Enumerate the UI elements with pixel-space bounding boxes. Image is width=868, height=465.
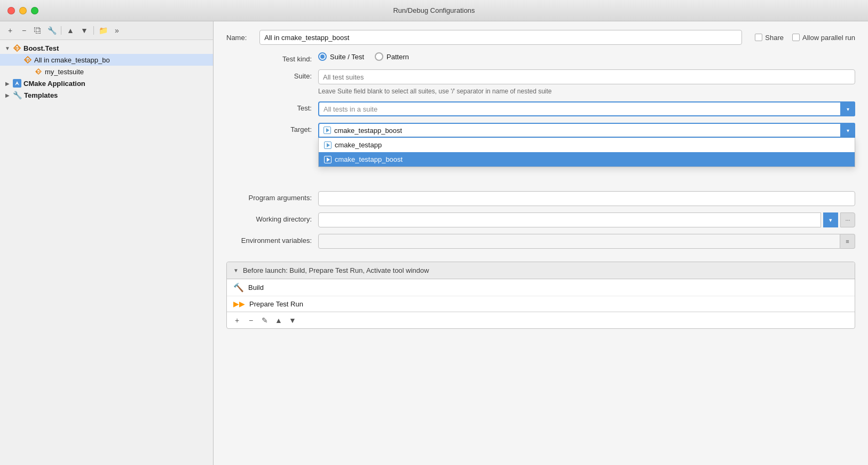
more-icon: » (115, 26, 119, 35)
launch-add-btn[interactable]: + (231, 314, 243, 326)
toolbar-divider-2 (93, 26, 94, 35)
name-row: Name: Share Allow parallel run (226, 30, 855, 45)
suite-input[interactable] (318, 69, 855, 84)
move-up-button[interactable]: ▲ (65, 25, 76, 36)
add-config-button[interactable]: + (4, 25, 16, 36)
env-row: ≡ (318, 234, 855, 249)
launch-item-prepare-test: ▶▶ Prepare Test Run (227, 296, 855, 312)
parallel-checkbox[interactable]: Allow parallel run (792, 34, 855, 42)
toolbar-divider (61, 26, 61, 35)
launch-item-build: 🔨 Build (227, 279, 855, 296)
cmake-app-icon (13, 79, 21, 88)
target-cmake-icon (323, 127, 331, 134)
expand-icon: ▶ (4, 81, 11, 86)
before-launch-title: Before launch: Build, Prepare Test Run, … (243, 266, 429, 274)
dropdown-item-cmake-testapp-boost[interactable]: cmake_testapp_boost (319, 152, 855, 167)
all-in-cmake-label: All in cmake_testapp_bo (34, 56, 110, 64)
program-args-content (318, 191, 855, 206)
tree-item-cmake-app[interactable]: ▶ CMake Application (0, 77, 213, 89)
target-row: Target: cmake_testapp_boost ▾ cmake_test… (226, 123, 855, 138)
dropdown-item-cmake-testapp[interactable]: cmake_testapp (319, 138, 855, 152)
right-panel: Name: Share Allow parallel run Test kind… (214, 21, 868, 465)
working-dir-dropdown-btn[interactable]: ▾ (823, 212, 838, 227)
target-dropdown-arrow[interactable]: ▾ (840, 123, 855, 138)
expand-icon: ▼ (4, 45, 11, 51)
boost-test-icon: BT (13, 44, 21, 52)
working-dir-input[interactable] (318, 212, 821, 227)
launch-up-btn[interactable]: ▲ (273, 314, 285, 326)
env-vars-content: ≡ (318, 234, 855, 249)
close-button[interactable] (7, 7, 15, 14)
up-arrow-icon: ▲ (67, 26, 74, 35)
move-down-button[interactable]: ▼ (78, 25, 90, 36)
down-arrow-icon: ▼ (81, 26, 88, 35)
main-container: + − ⿻ 🔧 ▲ ▼ 📁 » (0, 21, 868, 465)
cmake-testapp-boost-label: cmake_testapp_boost (335, 155, 403, 163)
wrench-button[interactable]: 🔧 (46, 25, 58, 36)
tree-item-boost-test[interactable]: ▼ BT Boost.Test (0, 42, 213, 54)
test-row: Test: All tests in a suite ▾ (226, 101, 855, 116)
env-vars-input[interactable] (318, 234, 840, 249)
tree-item-my-testsuite[interactable]: BT my_testsuite (0, 66, 213, 77)
build-icon: 🔨 (233, 282, 244, 293)
name-label: Name: (226, 34, 247, 42)
share-checkbox[interactable]: Share (755, 34, 784, 42)
svg-text:BT: BT (15, 46, 20, 50)
expand-icon: ▶ (4, 92, 11, 98)
cmake-testapp-label: cmake_testapp (335, 141, 382, 149)
my-testsuite-icon: BT (34, 67, 43, 76)
before-launch-expand[interactable]: ▼ (233, 267, 239, 273)
folder-button[interactable]: 📁 (97, 25, 109, 36)
maximize-button[interactable] (31, 7, 38, 14)
more-button[interactable]: » (111, 25, 123, 36)
radio-suite-test[interactable]: Suite / Test (318, 52, 364, 61)
test-kind-label: Test kind: (226, 52, 312, 63)
build-label: Build (248, 283, 264, 291)
test-kind-row: Test kind: Suite / Test Pattern (226, 52, 855, 63)
test-content: All tests in a suite ▾ (318, 101, 855, 116)
parallel-checkbox-box[interactable] (792, 34, 800, 41)
radio-pattern[interactable]: Pattern (375, 52, 409, 61)
minimize-button[interactable] (19, 7, 27, 14)
templates-label: Templates (24, 91, 58, 99)
test-label: Test: (226, 101, 312, 112)
target-field[interactable]: cmake_testapp_boost (318, 123, 855, 138)
env-vars-label: Environment variables: (226, 234, 312, 245)
working-dir-browse-btn[interactable]: ··· (840, 212, 855, 227)
parallel-label: Allow parallel run (802, 34, 855, 42)
checkbox-group: Share Allow parallel run (755, 34, 855, 42)
window-controls[interactable] (7, 7, 38, 14)
left-panel: + − ⿻ 🔧 ▲ ▼ 📁 » (0, 21, 214, 465)
program-args-label: Program arguments: (226, 191, 312, 202)
wrench-icon: 🔧 (13, 91, 22, 99)
program-args-input[interactable] (318, 191, 855, 206)
cmake-testapp-icon (324, 141, 332, 149)
launch-remove-btn[interactable]: − (245, 314, 257, 326)
working-dir-label: Working directory: (226, 212, 312, 223)
suite-content: Leave Suite field blank to select all su… (318, 69, 855, 95)
test-select[interactable]: All tests in a suite (318, 101, 855, 116)
target-content: cmake_testapp_boost ▾ cmake_testapp cmak… (318, 123, 855, 138)
window-title: Run/Debug Configurations (393, 6, 475, 14)
config-tree: ▼ BT Boost.Test BT All in cmake_testapp_… (0, 40, 213, 465)
folder-icon: 📁 (99, 26, 108, 35)
launch-down-btn[interactable]: ▼ (287, 314, 298, 326)
target-wrapper: cmake_testapp_boost ▾ cmake_testapp cmak… (318, 123, 855, 138)
share-label: Share (765, 34, 784, 42)
boost-test-label: Boost.Test (23, 44, 59, 52)
copy-icon: ⿻ (34, 26, 42, 35)
program-args-row: Program arguments: (226, 191, 855, 206)
before-launch-section: ▼ Before launch: Build, Prepare Test Run… (226, 262, 855, 329)
radio-suite-circle[interactable] (318, 52, 327, 61)
tree-item-all-in-cmake[interactable]: BT All in cmake_testapp_bo (0, 54, 213, 66)
remove-config-button[interactable]: − (18, 25, 30, 36)
tree-item-templates[interactable]: ▶ 🔧 Templates (0, 89, 213, 101)
name-input[interactable] (259, 30, 742, 45)
wrench-icon: 🔧 (48, 26, 57, 35)
share-checkbox-box[interactable] (755, 34, 762, 41)
env-vars-edit-btn[interactable]: ≡ (840, 234, 855, 249)
copy-config-button[interactable]: ⿻ (32, 25, 44, 36)
launch-edit-btn[interactable]: ✎ (259, 314, 271, 326)
prepare-test-label: Prepare Test Run (249, 300, 303, 308)
radio-pattern-circle[interactable] (375, 52, 383, 61)
